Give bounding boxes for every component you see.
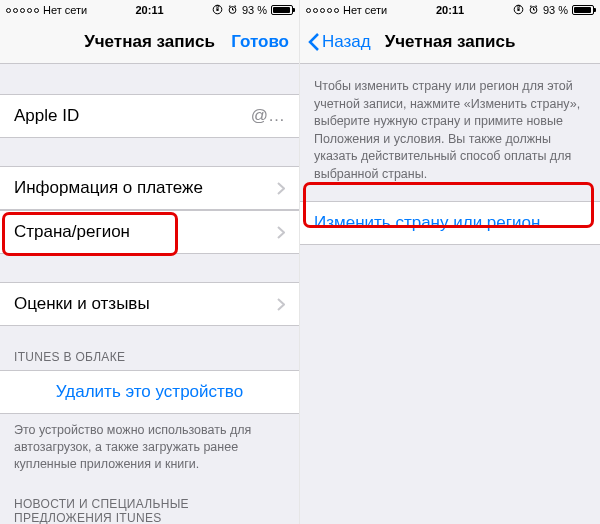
alarm-icon (528, 4, 539, 17)
apple-id-value: @… (251, 106, 285, 126)
chevron-left-icon (308, 32, 320, 52)
nav-bar: Назад Учетная запись (300, 20, 600, 64)
content-area: Apple ID @… Информация о платеже Страна/… (0, 64, 299, 524)
svg-rect-1 (216, 8, 218, 10)
carrier-label: Нет сети (343, 4, 387, 16)
svg-line-6 (235, 5, 236, 6)
rotation-lock-icon (212, 4, 223, 17)
row-payment-info[interactable]: Информация о платеже (0, 166, 299, 210)
screen-account-main: Нет сети 20:11 93 % Учетная запись Готов… (0, 0, 300, 524)
remove-device-note: Это устройство можно использовать для ав… (0, 414, 299, 491)
row-label: Apple ID (14, 106, 79, 126)
row-label: Информация о платеже (14, 178, 203, 198)
help-text: Чтобы изменить страну или регион для это… (300, 64, 600, 201)
row-label: Удалить это устройство (56, 382, 243, 402)
row-apple-id[interactable]: Apple ID @… (0, 94, 299, 138)
chevron-right-icon (277, 298, 285, 311)
section-header-cloud: iTUNES В ОБЛАКЕ (0, 344, 299, 370)
status-time: 20:11 (436, 4, 464, 16)
change-country-button[interactable]: Изменить страну или регион (300, 201, 600, 245)
svg-line-13 (536, 5, 537, 6)
carrier-label: Нет сети (43, 4, 87, 16)
status-bar: Нет сети 20:11 93 % (0, 0, 299, 20)
done-button[interactable]: Готово (231, 20, 289, 63)
svg-rect-8 (517, 8, 519, 10)
battery-pct: 93 % (543, 4, 568, 16)
alarm-icon (227, 4, 238, 17)
row-label: Страна/регион (14, 222, 130, 242)
svg-line-12 (530, 5, 531, 6)
chevron-right-icon (277, 226, 285, 239)
signal-dots-icon (6, 8, 39, 13)
nav-title: Учетная запись (385, 32, 516, 52)
back-button[interactable]: Назад (308, 20, 371, 63)
nav-title: Учетная запись (84, 32, 215, 52)
battery-icon (271, 5, 293, 15)
row-ratings-reviews[interactable]: Оценки и отзывы (0, 282, 299, 326)
row-label: Изменить страну или регион (314, 213, 540, 233)
content-area: Чтобы изменить страну или регион для это… (300, 64, 600, 524)
section-header-news: НОВОСТИ И СПЕЦИАЛЬНЫЕ ПРЕДЛОЖЕНИЯ iTUNES (0, 491, 299, 524)
nav-bar: Учетная запись Готово (0, 20, 299, 64)
signal-dots-icon (306, 8, 339, 13)
battery-icon (572, 5, 594, 15)
status-bar: Нет сети 20:11 93 % (300, 0, 600, 20)
row-label: Оценки и отзывы (14, 294, 150, 314)
status-time: 20:11 (136, 4, 164, 16)
remove-device-button[interactable]: Удалить это устройство (0, 370, 299, 414)
screen-country-region: Нет сети 20:11 93 % Назад Учетн (300, 0, 600, 524)
svg-line-5 (229, 5, 230, 6)
rotation-lock-icon (513, 4, 524, 17)
battery-pct: 93 % (242, 4, 267, 16)
row-country-region[interactable]: Страна/регион (0, 210, 299, 254)
back-label: Назад (322, 32, 371, 52)
chevron-right-icon (277, 182, 285, 195)
